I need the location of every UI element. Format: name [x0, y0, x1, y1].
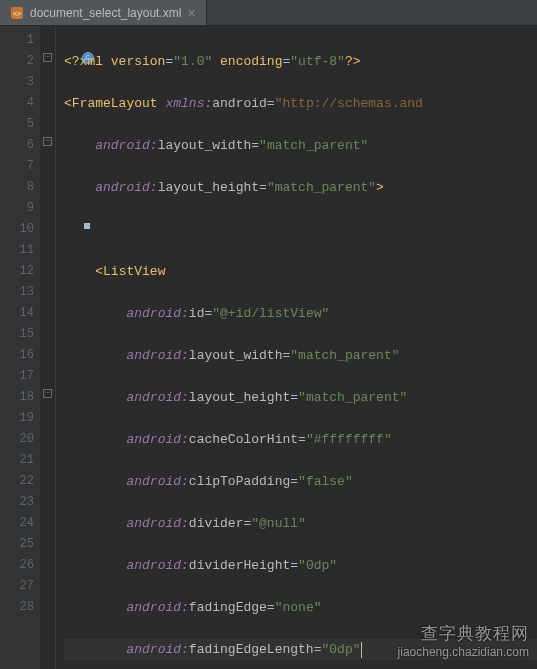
line-number: 6 [0, 135, 34, 156]
line-number: 1 [0, 30, 34, 51]
tab-bar: <> document_select_layout.xml × [0, 0, 537, 26]
xml-file-icon: <> [10, 6, 24, 20]
line-number: 2 [0, 51, 34, 72]
line-number: 10 [0, 219, 34, 240]
tab-filename: document_select_layout.xml [30, 6, 181, 20]
line-number: 7 [0, 156, 34, 177]
code-line: android:dividerHeight="0dp" [64, 555, 537, 576]
text-caret [361, 642, 362, 658]
line-number: 13 [0, 282, 34, 303]
line-number: 17 [0, 366, 34, 387]
code-area[interactable]: <?xml version="1.0" encoding="utf-8"?> <… [40, 26, 537, 669]
code-line: <FrameLayout xmlns:android="http://schem… [64, 93, 537, 114]
code-line: android:layout_height="match_parent" [64, 387, 537, 408]
code-line-current: android:fadingEdgeLength="0dp" [64, 639, 537, 660]
line-gutter: 1234567891011121314151617181920212223242… [0, 26, 40, 669]
code-line: android:layout_height="match_parent"> [64, 177, 537, 198]
line-number: 21 [0, 450, 34, 471]
code-line: android:layout_width="match_parent" [64, 135, 537, 156]
line-number: 15 [0, 324, 34, 345]
line-number: 3 [0, 72, 34, 93]
line-number: 4 [0, 93, 34, 114]
editor-pane: 1234567891011121314151617181920212223242… [0, 26, 537, 669]
close-icon[interactable]: × [187, 6, 195, 20]
line-number: 20 [0, 429, 34, 450]
code-line: android:clipToPadding="false" [64, 471, 537, 492]
code-line: android:divider="@null" [64, 513, 537, 534]
file-tab[interactable]: <> document_select_layout.xml × [0, 0, 207, 25]
line-number: 22 [0, 471, 34, 492]
line-number: 16 [0, 345, 34, 366]
line-number: 25 [0, 534, 34, 555]
line-number: 12 [0, 261, 34, 282]
code-line: <?xml version="1.0" encoding="utf-8"?> [64, 51, 537, 72]
line-number: 19 [0, 408, 34, 429]
line-number: 18 [0, 387, 34, 408]
line-number: 8 [0, 177, 34, 198]
line-number: 24 [0, 513, 34, 534]
line-number: 11 [0, 240, 34, 261]
code-line: android:fadingEdge="none" [64, 597, 537, 618]
line-number: 26 [0, 555, 34, 576]
code-line [64, 219, 537, 240]
line-number: 5 [0, 114, 34, 135]
line-number: 14 [0, 303, 34, 324]
svg-text:<>: <> [13, 10, 21, 17]
line-number: 28 [0, 597, 34, 618]
code-line: android:cacheColorHint="#ffffffff" [64, 429, 537, 450]
code-line: android:layout_width="match_parent" [64, 345, 537, 366]
code-line: android:id="@+id/listView" [64, 303, 537, 324]
line-number: 27 [0, 576, 34, 597]
line-number: 23 [0, 492, 34, 513]
code-line: <ListView [64, 261, 537, 282]
line-number: 9 [0, 198, 34, 219]
